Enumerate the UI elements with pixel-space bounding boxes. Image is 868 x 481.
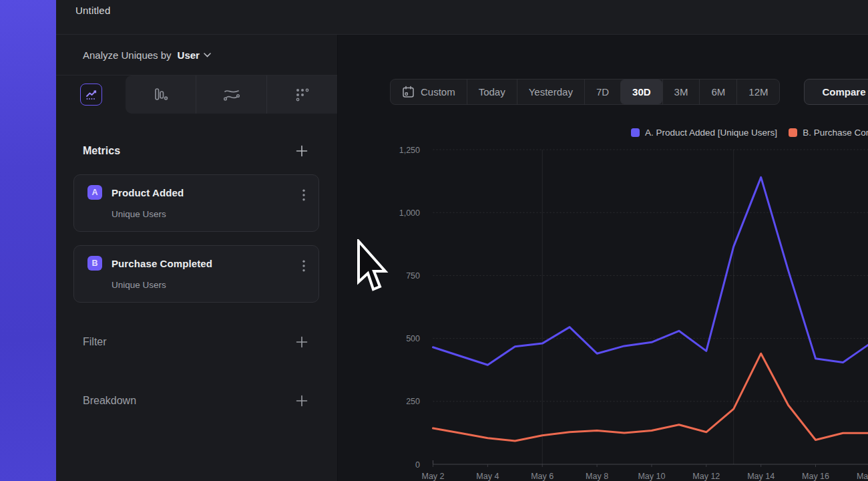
analyze-by-label: Analyze Uniques by — [83, 49, 172, 61]
x-axis-tick-label: May 14 — [747, 472, 775, 481]
y-axis-tick-label: 0 — [415, 460, 420, 470]
y-axis-tick-label: 500 — [406, 334, 420, 343]
filter-section-header: Filter — [83, 336, 308, 348]
series-line — [433, 353, 868, 441]
breakdown-title: Breakdown — [83, 395, 136, 407]
y-axis-tick-label: 1,250 — [399, 146, 420, 155]
x-axis-tick-label: May 4 — [476, 472, 499, 481]
x-axis-tick-label: May 16 — [802, 472, 829, 481]
grid-dots-icon — [294, 86, 311, 104]
analytics-app-window: Untitled Analyze Uniques by User — [56, 0, 868, 481]
bar-chart-icon — [152, 86, 170, 104]
add-filter-button[interactable] — [296, 336, 308, 348]
x-axis-tick-label: May 10 — [638, 472, 665, 481]
tab-flow[interactable] — [196, 75, 266, 114]
flow-icon — [222, 86, 241, 104]
x-axis-tick-label: May 6 — [531, 472, 554, 481]
analyze-by-dropdown[interactable]: User — [178, 49, 211, 61]
add-metric-button[interactable] — [296, 145, 308, 157]
line-chart-canvas[interactable]: 02505007501,0001,250May 2May 4May 6May 8… — [338, 35, 868, 481]
metric-measure: Unique Users — [112, 209, 308, 219]
y-axis-tick-label: 1,000 — [399, 208, 420, 218]
kebab-icon — [302, 260, 305, 272]
chart-panel: Custom Today Yesterday 7D 30D 3M 6M 12M … — [337, 35, 868, 481]
kebab-icon — [302, 189, 305, 201]
chart-type-tabs — [56, 75, 337, 114]
metric-options-button[interactable] — [300, 257, 308, 277]
tab-line-chart[interactable] — [80, 84, 102, 106]
line-chart-icon — [85, 88, 97, 101]
desktop-background-gradient — [0, 0, 56, 481]
metric-name: Purchase Completed — [112, 258, 212, 269]
x-axis-tick-label: May 12 — [692, 472, 720, 481]
breakdown-section-header: Breakdown — [83, 395, 308, 407]
metric-card-purchase-completed[interactable]: B Purchase Completed Unique Users — [73, 245, 319, 303]
report-title[interactable]: Untitled — [75, 5, 110, 16]
metric-badge-b: B — [87, 256, 102, 271]
metric-options-button[interactable] — [300, 186, 308, 206]
analyze-by-row: Analyze Uniques by User — [56, 35, 337, 75]
metrics-title: Metrics — [83, 145, 120, 157]
metric-badge-a: A — [87, 185, 102, 200]
x-axis-tick-label: May 2 — [421, 472, 444, 481]
tab-grid-dots[interactable] — [266, 75, 337, 114]
chart-type-tab-strip — [126, 75, 337, 114]
query-sidebar: Analyze Uniques by User — [56, 35, 337, 481]
metric-name: Product Added — [112, 187, 184, 198]
tab-bar-chart[interactable] — [126, 75, 196, 114]
x-axis-tick-label: May 18 — [857, 472, 868, 481]
plus-icon — [296, 336, 308, 348]
x-axis-tick-label: May 8 — [586, 472, 608, 481]
add-breakdown-button[interactable] — [296, 395, 308, 407]
y-axis-tick-label: 750 — [406, 271, 420, 281]
metric-measure: Unique Users — [112, 280, 308, 290]
analyze-by-value: User — [178, 49, 200, 61]
top-bar: Untitled — [56, 0, 868, 35]
metric-card-product-added[interactable]: A Product Added Unique Users — [73, 174, 319, 232]
filter-title: Filter — [83, 336, 107, 348]
series-line — [433, 177, 868, 365]
metrics-section-header: Metrics — [83, 145, 308, 157]
plus-icon — [296, 145, 308, 157]
y-axis-tick-label: 250 — [406, 397, 420, 406]
chevron-down-icon — [204, 53, 211, 57]
plus-icon — [296, 395, 308, 407]
